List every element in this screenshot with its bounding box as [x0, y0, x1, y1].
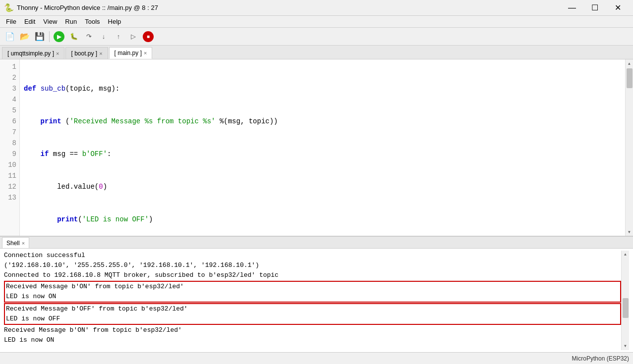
code-line-2: print ('Received Message %s from topic %… [24, 116, 621, 127]
menu-help[interactable]: Help [104, 17, 125, 26]
shell-line-8: Received Message b'ON' from topic b'esp3… [4, 325, 621, 335]
maximize-button[interactable]: ☐ [583, 0, 606, 16]
shell-tab-close[interactable]: × [22, 240, 25, 246]
line-num-12: 12 [0, 181, 19, 192]
editor-area: 1 2 3 4 5 6 7 8 9 10 11 12 13 def sub_cb… [0, 59, 633, 236]
tab-boot-close[interactable]: × [99, 51, 102, 56]
code-line-1: def sub_cb(topic, msg): [24, 83, 621, 94]
step-into-button[interactable]: ↓ [97, 30, 111, 44]
shell-line-2: ('192.168.10.10', '255.255.255.0', '192.… [4, 260, 621, 270]
shell-highlight-box-2: Received Message b'OFF' from topic b'esp… [4, 303, 621, 325]
shell-line-1: Connection successful [4, 251, 621, 260]
line-num-3: 3 [0, 83, 19, 94]
scroll-down-arrow[interactable]: ▼ [626, 228, 633, 236]
line-num-13: 13 [0, 192, 19, 203]
line-num-9: 9 [0, 149, 19, 159]
shell-scroll-thumb[interactable] [623, 298, 629, 318]
shell-line-9: LED is now ON [4, 335, 621, 345]
line-num-6: 6 [0, 116, 19, 127]
title-text: Thonny - MicroPython device :: /main.py … [17, 4, 158, 11]
editor-scrollbar[interactable]: ▲ ▼ [625, 59, 633, 236]
line-num-4: 4 [0, 94, 19, 105]
title-controls: — ☐ ✕ [561, 0, 629, 16]
open-file-button[interactable]: 📂 [18, 30, 32, 44]
scroll-thumb[interactable] [627, 68, 633, 88]
code-editor[interactable]: 1 2 3 4 5 6 7 8 9 10 11 12 13 def sub_cb… [0, 59, 633, 236]
tab-main[interactable]: [ main.py ] × [109, 47, 153, 59]
tab-main-close[interactable]: × [144, 50, 147, 56]
code-line-4: led.value(0) [24, 181, 621, 192]
shell-line-4: Received Message b'ON' from topic b'esp3… [6, 282, 619, 292]
debug-button[interactable]: 🐛 [67, 30, 81, 44]
shell-tab-bar: Shell × [0, 237, 633, 249]
stop-button[interactable]: ■ [141, 30, 155, 44]
shell-text-area: Connection successful ('192.168.10.10', … [4, 251, 621, 350]
menu-edit[interactable]: Edit [20, 17, 39, 26]
toolbar: 📄 📂 💾 ▶ 🐛 ↷ ↓ ↑ ▷ ■ [0, 28, 633, 46]
line-num-7: 7 [0, 127, 19, 138]
menu-bar: File Edit View Run Tools Help [0, 16, 633, 28]
shell-scrollbar[interactable]: ▲ ▼ [621, 251, 629, 350]
scroll-up-arrow[interactable]: ▲ [626, 59, 633, 67]
close-button[interactable]: ✕ [606, 0, 629, 16]
shell-tab-label: Shell [6, 240, 20, 247]
menu-file[interactable]: File [2, 17, 20, 26]
minimize-button[interactable]: — [561, 0, 583, 16]
shell-line-7: LED is now OFF [6, 314, 619, 324]
tab-boot-label: [ boot.py ] [71, 50, 97, 57]
scroll-track[interactable] [626, 67, 633, 228]
tab-umqttsimple[interactable]: [ umqttsimple.py ] × [2, 47, 64, 59]
menu-tools[interactable]: Tools [81, 17, 104, 26]
tab-umqttsimple-label: [ umqttsimple.py ] [7, 50, 54, 57]
code-line-3: if msg == b'OFF': [24, 149, 621, 159]
shell-area: Shell × Connection successful ('192.168.… [0, 236, 633, 352]
new-file-button[interactable]: 📄 [3, 30, 17, 44]
shell-tab[interactable]: Shell × [2, 237, 29, 248]
line-numbers: 1 2 3 4 5 6 7 8 9 10 11 12 13 [0, 59, 20, 236]
tab-boot[interactable]: [ boot.py ] × [65, 47, 108, 59]
step-over-button[interactable]: ↷ [82, 30, 96, 44]
title-bar-left: 🐍 Thonny - MicroPython device :: /main.p… [4, 3, 158, 12]
run-button[interactable]: ▶ [52, 30, 66, 44]
shell-line-6: Received Message b'OFF' from topic b'esp… [6, 304, 619, 314]
line-num-10: 10 [0, 159, 19, 170]
shell-line-5: LED is now ON [6, 292, 619, 302]
shell-content: Connection successful ('192.168.10.10', … [0, 249, 633, 352]
tab-umqttsimple-close[interactable]: × [56, 51, 59, 56]
status-text: MicroPython (ESP32) [572, 355, 629, 362]
shell-highlight-box-1: Received Message b'ON' from topic b'esp3… [4, 281, 621, 303]
line-num-1: 1 [0, 61, 19, 72]
tab-main-label: [ main.py ] [115, 50, 142, 56]
save-file-button[interactable]: 💾 [33, 30, 47, 44]
shell-scroll-down-arrow[interactable]: ▼ [622, 342, 630, 350]
resume-button[interactable]: ▷ [126, 30, 140, 44]
code-content[interactable]: def sub_cb(topic, msg): print ('Received… [20, 59, 625, 236]
toolbar-separator-1 [49, 31, 50, 42]
title-bar: 🐍 Thonny - MicroPython device :: /main.p… [0, 0, 633, 16]
line-num-2: 2 [0, 72, 19, 83]
shell-scroll-up-arrow[interactable]: ▲ [622, 251, 630, 259]
line-num-8: 8 [0, 138, 19, 149]
stop-icon: ■ [143, 31, 154, 42]
menu-view[interactable]: View [39, 17, 61, 26]
shell-line-3: Connected to 192.168.10.8 MQTT broker, s… [4, 270, 621, 280]
shell-scroll-track[interactable] [622, 259, 629, 342]
line-num-11: 11 [0, 170, 19, 181]
run-icon: ▶ [54, 31, 64, 42]
app-icon: 🐍 [4, 3, 14, 12]
tab-bar: [ umqttsimple.py ] × [ boot.py ] × [ mai… [0, 46, 633, 59]
status-bar: MicroPython (ESP32) [0, 352, 633, 364]
menu-run[interactable]: Run [61, 17, 81, 26]
step-out-button[interactable]: ↑ [112, 30, 125, 44]
line-num-5: 5 [0, 105, 19, 116]
code-line-5: print('LED is now OFF') [24, 214, 621, 225]
